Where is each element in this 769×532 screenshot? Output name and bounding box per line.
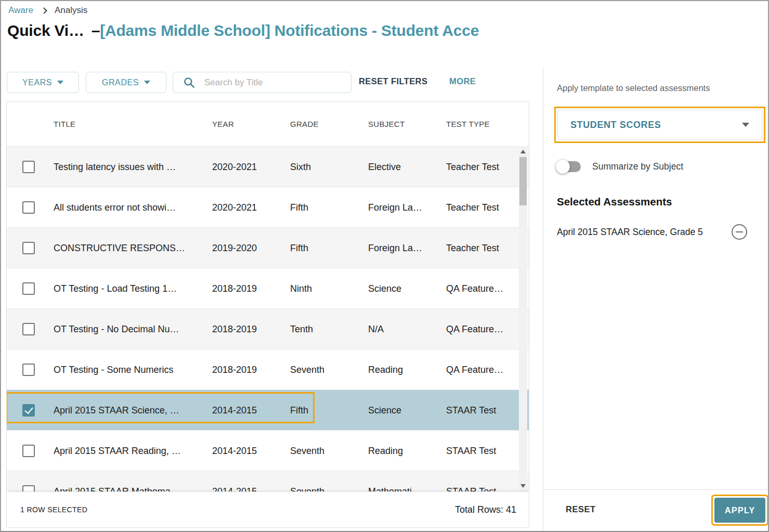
page-title-separator: – [92,22,100,39]
remove-assessment-icon[interactable] [732,224,747,240]
table-row[interactable]: April 2015 STAAR Reading, … 2014-2015 Se… [7,430,529,471]
cell-grade: Fifth [290,390,363,431]
scroll-down-icon[interactable] [520,484,526,488]
cell-subject: Foreign La… [368,228,442,268]
cell-year: 2014-2015 [212,390,285,431]
row-checkbox[interactable] [22,242,35,254]
summarize-toggle-row: Summarize by Subject [557,161,683,172]
chevron-right-icon [41,7,47,14]
cell-year: 2020-2021 [212,147,285,187]
more-button[interactable]: MORE [449,76,476,86]
cell-subject: Science [368,268,442,309]
annotation-highlight: APPLY [711,495,768,526]
cell-year: 2019-2020 [212,228,285,268]
template-side-panel: Apply template to selected assessments S… [543,68,769,531]
cell-testtype: QA Feature… [446,268,518,309]
side-panel-header: Apply template to selected assessments [557,83,710,93]
cell-title: CONSTRUCTIVE RESPONS… [54,228,205,268]
cell-testtype: Teacher Test [446,147,518,187]
page-title-prefix: Quick Vi… [7,22,84,39]
breadcrumb: Aware Analysis [8,5,87,16]
table-row[interactable]: OT Testing - Some Numerics 2018-2019 Sev… [7,349,529,390]
column-header-subject: SUBJECT [368,102,442,146]
table-body: Testing latency issues with … 2020-2021 … [7,146,529,511]
row-checkbox[interactable] [22,445,35,457]
years-filter-label: YEARS [22,78,52,87]
cell-grade: Tenth [290,309,363,349]
breadcrumb-current: Analysis [55,5,87,16]
table-row[interactable]: Testing latency issues with … 2020-2021 … [7,146,529,187]
page-title: Quick Vi…–[Adams Middle School] Notifica… [7,22,518,40]
cell-grade: Fifth [290,228,363,268]
cell-grade: Seventh [290,349,363,390]
cell-testtype: QA Feature… [446,349,518,390]
row-checkbox[interactable] [22,404,35,417]
years-filter-button[interactable]: YEARS [7,72,79,93]
column-header-title: TITLE [54,102,205,146]
cell-testtype: Teacher Test [446,187,518,228]
cell-year: 2018-2019 [212,309,285,349]
table-row[interactable]: All students error not showi… 2020-2021 … [7,187,529,227]
cell-subject: Reading [368,431,442,471]
cell-title: All students error not showi… [54,187,205,228]
table-row[interactable]: OT Testing - Load Testing 1… 2018-2019 N… [7,268,529,308]
cell-subject: Science [368,390,442,431]
column-header-year: YEAR [212,102,285,146]
row-checkbox[interactable] [22,161,35,173]
cell-testtype: QA Feature… [446,309,518,349]
search-input[interactable] [204,77,329,88]
reset-filters-button[interactable]: RESET FILTERS [359,76,427,86]
selected-assessment-item: April 2015 STAAR Science, Grade 5 [557,223,757,241]
template-select[interactable]: STUDENT SCORES [557,110,762,140]
scrollbar-thumb[interactable] [519,157,527,205]
table-header-row: TITLE YEAR GRADE SUBJECT TEST TYPE [7,102,529,146]
selected-assessments-heading: Selected Assessments [557,196,672,208]
row-checkbox[interactable] [22,364,35,376]
cell-subject: Reading [368,349,442,390]
chevron-down-icon [57,81,63,84]
cell-subject: Elective [368,147,442,187]
side-panel-footer: RESET APPLY [543,489,769,531]
annotation-highlight: STUDENT SCORES [554,107,765,143]
cell-grade: Sixth [290,147,363,187]
table-scrollbar[interactable] [519,146,527,491]
scroll-up-icon[interactable] [520,150,526,153]
cell-subject: N/A [368,309,442,349]
table-row[interactable]: OT Testing - No Decimal Nu… 2018-2019 Te… [7,308,529,349]
assessments-table: TITLE YEAR GRADE SUBJECT TEST TYPE Testi… [6,101,529,528]
cell-testtype: STAAR Test [446,431,518,471]
grades-filter-label: GRADES [102,78,139,87]
cell-title: April 2015 STAAR Science, … [54,390,205,431]
search-field [173,72,351,93]
cell-title: OT Testing - Load Testing 1… [54,268,205,309]
cell-grade: Ninth [290,268,363,309]
row-checkbox[interactable] [22,323,35,335]
selected-assessment-label: April 2015 STAAR Science, Grade 5 [557,227,703,238]
cell-title: April 2015 STAAR Reading, … [54,431,205,471]
grades-filter-button[interactable]: GRADES [86,72,166,93]
cell-title: OT Testing - No Decimal Nu… [54,309,205,349]
summarize-toggle-label: Summarize by Subject [592,161,683,172]
total-rows-count: Total Rows: 41 [455,504,516,515]
column-header-grade: GRADE [290,102,363,146]
template-select-value: STUDENT SCORES [570,120,661,131]
cell-year: 2020-2021 [212,187,285,228]
breadcrumb-root-link[interactable]: Aware [8,5,33,16]
cell-title: Testing latency issues with … [54,147,205,187]
table-row[interactable]: CONSTRUCTIVE RESPONS… 2019-2020 Fifth Fo… [7,227,529,268]
chevron-down-icon [144,81,150,84]
cell-subject: Foreign La… [368,187,442,228]
row-checkbox[interactable] [22,282,35,295]
table-row[interactable]: April 2015 STAAR Science, … 2014-2015 Fi… [7,390,529,430]
cell-year: 2014-2015 [212,431,285,471]
chevron-down-icon [742,123,749,127]
summarize-by-subject-toggle[interactable] [557,161,581,172]
search-icon [183,76,196,89]
app-window: Aware Analysis Quick Vi…–[Adams Middle S… [0,0,769,532]
cell-testtype: STAAR Test [446,390,518,431]
row-checkbox[interactable] [22,201,35,214]
apply-button[interactable]: APPLY [714,498,765,523]
reset-button[interactable]: RESET [566,504,596,514]
cell-year: 2018-2019 [212,268,285,309]
page-title-assessment-name: [Adams Middle School] Notifications - St… [100,22,479,39]
